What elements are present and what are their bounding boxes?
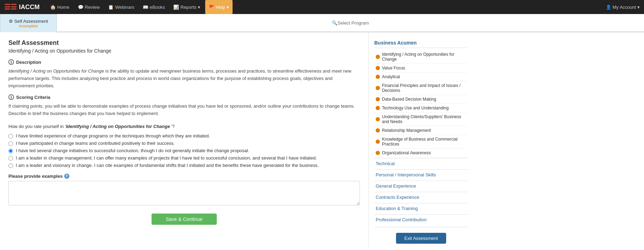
account-menu[interactable]: 👤 My Account ▾ xyxy=(606,5,640,10)
radio-option-4[interactable]: I am a leader in change management; I ca… xyxy=(8,155,360,161)
account-dropdown-icon: ▾ xyxy=(637,5,640,10)
description-text: Identifying / Acting on Opportunities fo… xyxy=(8,68,360,89)
webinars-icon: 📋 xyxy=(108,5,114,10)
sidebar-section-technical[interactable]: Technical xyxy=(374,158,468,169)
examples-help-icon[interactable]: ? xyxy=(64,174,69,179)
sidebar-dot-7 xyxy=(376,117,380,121)
radio-input-1[interactable] xyxy=(8,134,13,138)
tab-self-assessment-label: ⚙ Self Assessment xyxy=(9,19,48,24)
sidebar-item-financial[interactable]: Financial Principles and Impact of Issue… xyxy=(374,81,468,95)
sidebar-dot-4 xyxy=(376,86,380,90)
radio-input-5[interactable] xyxy=(8,163,13,168)
description-header: ℹ Description xyxy=(8,59,360,65)
tab-select-program[interactable]: 🔍 Select Program xyxy=(57,14,644,32)
scoring-text: If claiming points, you will be able to … xyxy=(8,103,360,117)
radio-input-3[interactable] xyxy=(8,149,13,153)
nav-home[interactable]: 🏠 Home xyxy=(47,0,73,14)
tab-self-assessment[interactable]: ⚙ Self Assessment Incomplete xyxy=(0,14,57,32)
sidebar-item-technology[interactable]: Technology Use and Understanding xyxy=(374,104,468,113)
sidebar-dot-5 xyxy=(376,97,380,101)
page-subtitle: Identifying / Acting on Opportunities fo… xyxy=(8,48,360,54)
sidebar-section-professional[interactable]: Professional Contribution xyxy=(374,214,468,225)
sidebar-item-data-based[interactable]: Data-Based Decision Making xyxy=(374,95,468,104)
sidebar: Business Acumen Identifying / Acting on … xyxy=(368,32,474,247)
scoring-icon: ℹ xyxy=(8,94,14,100)
sidebar-item-knowledge[interactable]: Knowledge of Business and Commercial Pra… xyxy=(374,135,468,149)
sidebar-business-acumen-title: Business Acumen xyxy=(374,40,468,46)
ebooks-icon: 📖 xyxy=(143,5,148,10)
sidebar-dot-8 xyxy=(376,128,380,133)
exit-assessment-button[interactable]: Exit Assessment xyxy=(396,233,446,244)
sidebar-item-clients-suppliers[interactable]: Understanding Clients/Suppliers' Busines… xyxy=(374,113,468,126)
sidebar-item-relationship[interactable]: Relationship Management xyxy=(374,126,468,135)
reports-dropdown-icon: ▾ xyxy=(198,5,200,10)
sidebar-dot-6 xyxy=(376,106,380,110)
navbar-left: ☰☰ IACCM 🏠 Home 💬 Review 📋 Webinars 📖 eB… xyxy=(4,0,233,14)
radio-option-3[interactable]: I have led several change initiatives to… xyxy=(8,148,360,153)
help-flag-icon: 🚩 xyxy=(209,5,214,10)
brand-name: IACCM xyxy=(19,4,40,11)
settings-icon: ⚙ xyxy=(9,19,13,24)
examples-textarea[interactable] xyxy=(8,181,360,205)
scoring-header: ℹ Scoring Criteria xyxy=(8,94,360,100)
radio-group: I have limited experience of change prog… xyxy=(8,133,360,168)
nav-reports[interactable]: 📊 Reports ▾ xyxy=(170,0,204,14)
navbar: ☰☰ IACCM 🏠 Home 💬 Review 📋 Webinars 📖 eB… xyxy=(0,0,644,14)
description-icon: ℹ xyxy=(8,59,14,65)
sidebar-item-org-awareness[interactable]: Organizational Awareness xyxy=(374,149,468,157)
tabs-bar: ⚙ Self Assessment Incomplete 🔍 Select Pr… xyxy=(0,14,644,32)
review-icon: 💬 xyxy=(78,5,83,10)
nav-ebooks[interactable]: 📖 eBooks xyxy=(139,0,168,14)
radio-input-4[interactable] xyxy=(8,156,13,161)
sidebar-section-education[interactable]: Education & Training xyxy=(374,203,468,214)
question-text: How do you rate yourself in 'Identifying… xyxy=(8,124,360,129)
radio-input-2[interactable] xyxy=(8,141,13,146)
sidebar-section-general[interactable]: General Experience xyxy=(374,181,468,191)
sidebar-dot-9 xyxy=(376,140,380,144)
page-title: Self Assessment xyxy=(8,39,360,47)
sidebar-dot-3 xyxy=(376,75,380,79)
main-layout: Self Assessment Identifying / Acting on … xyxy=(0,32,644,247)
reports-icon: 📊 xyxy=(173,5,179,10)
radio-option-2[interactable]: I have participated in change teams and … xyxy=(8,141,360,146)
sidebar-item-value-focus[interactable]: Value Focus xyxy=(374,64,468,73)
account-icon: 👤 xyxy=(606,5,611,10)
tab-self-assessment-sub: Incomplete xyxy=(19,24,38,28)
examples-label: Please provide examples ? xyxy=(8,174,360,179)
radio-option-5[interactable]: I am a leader and visionary in change. I… xyxy=(8,163,360,168)
brand[interactable]: ☰☰ IACCM xyxy=(4,3,40,11)
sidebar-item-identifying[interactable]: Identifying / Acting on Opportunities fo… xyxy=(374,50,468,64)
radio-option-1[interactable]: I have limited experience of change prog… xyxy=(8,133,360,138)
sidebar-section-personal[interactable]: Personal / Interpersonal Skills xyxy=(374,169,468,180)
sidebar-dot-1 xyxy=(376,55,380,59)
content-area: Self Assessment Identifying / Acting on … xyxy=(0,32,368,247)
sidebar-dot-2 xyxy=(376,66,380,70)
search-icon: 🔍 xyxy=(332,20,337,26)
nav-webinars[interactable]: 📋 Webinars xyxy=(105,0,138,14)
nav-help[interactable]: 🚩 Help ▾ xyxy=(205,0,233,14)
sidebar-section-contracts[interactable]: Contracts Experience xyxy=(374,192,468,202)
sidebar-item-analytical[interactable]: Analytical xyxy=(374,73,468,81)
save-continue-button[interactable]: Save & Continue xyxy=(152,214,216,225)
sidebar-dot-10 xyxy=(376,151,380,155)
nav-review[interactable]: 💬 Review xyxy=(74,0,103,14)
help-dropdown-icon: ▾ xyxy=(227,5,229,10)
brand-bars-icon: ☰☰ xyxy=(4,3,17,11)
home-icon: 🏠 xyxy=(50,5,56,10)
